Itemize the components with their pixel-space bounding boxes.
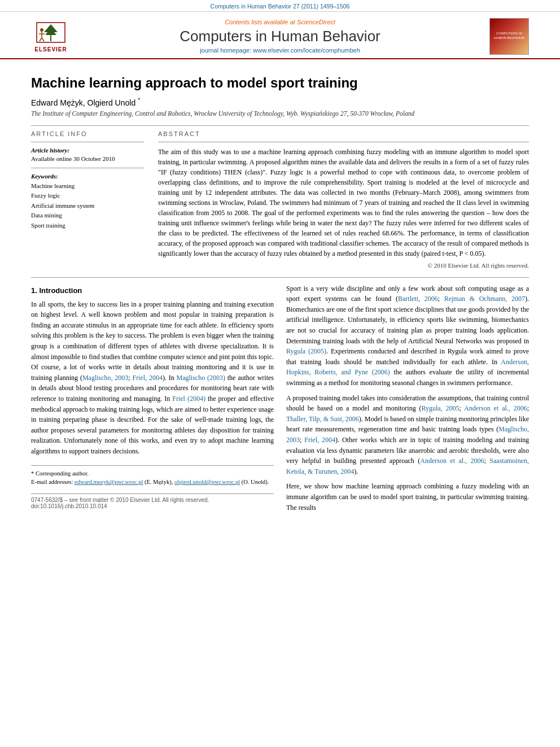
abstract-col: ABSTRACT The aim of this study was to us…: [158, 130, 529, 269]
keyword-3: Artificial immune system: [31, 201, 144, 211]
affiliation: The Institute of Computer Engineering, C…: [31, 110, 529, 117]
email2-link[interactable]: olgierd.unold@pwr.wroc.pl: [174, 479, 240, 485]
footnote-area: * Corresponding author. E-mail addresses…: [31, 465, 274, 487]
email2: olgierd.unold@pwr.wroc.pl: [174, 479, 240, 485]
divider-1: [31, 125, 529, 126]
body-two-col: 1. Introduction In all sports, the key t…: [31, 283, 529, 517]
email1-link[interactable]: edward.mezyk@pwr.wroc.pl: [75, 479, 143, 485]
section1-heading: 1. Introduction: [31, 286, 274, 295]
abstract-label: ABSTRACT: [158, 130, 529, 137]
footnote-corresponding: * Corresponding author.: [31, 469, 274, 478]
copyright: © 2010 Elsevier Ltd. All rights reserved…: [158, 262, 529, 269]
intro-para-left: In all sports, the key to success lies i…: [31, 299, 274, 457]
intro-para-right-1: Sport is a very wide discipline and only…: [286, 283, 529, 388]
elsevier-logo-container: ELSEVIER: [23, 16, 79, 56]
elsevier-tree-icon: [34, 20, 68, 45]
ref-rejman[interactable]: Rejman & Ochmann, 2007: [444, 295, 525, 303]
journal-cover-thumb: COMPUTERS IN HUMAN BEHAVIOR: [489, 18, 529, 55]
keywords-heading: Keywords:: [31, 173, 144, 180]
sciencedirect-link[interactable]: ScienceDirect: [297, 19, 335, 25]
divider-info: [31, 142, 144, 142]
ref-anderson-2006c[interactable]: Anderson et al., 2006: [420, 457, 484, 465]
article-history: Article history: Available online 30 Oct…: [31, 147, 144, 162]
footnote-emails: E-mail addresses: edward.mezyk@pwr.wroc.…: [31, 478, 274, 487]
journal-homepage: journal homepage: www.elsevier.com/locat…: [79, 47, 481, 54]
divider-kw: [31, 168, 144, 168]
article-title: Machine learning approach to model sport…: [31, 75, 529, 91]
keyword-5: Sport training: [31, 221, 144, 231]
authors-text: Edward Mężyk, Olgierd Unold *: [31, 98, 140, 107]
footer-doi: doi:10.1016/j.chb.2010.10.014: [31, 503, 107, 509]
ref-bartlett[interactable]: Bartlett, 2006: [398, 295, 438, 303]
available-online: Available online 30 October 2010: [31, 155, 144, 162]
elsevier-logo: ELSEVIER: [34, 20, 68, 53]
citation-text: Computers in Human Behavior 27 (2011) 14…: [211, 3, 350, 10]
elsevier-label: ELSEVIER: [34, 46, 67, 53]
journal-title: Computers in Human Behavior: [79, 28, 481, 45]
journal-center: Contents lists available at ScienceDirec…: [79, 19, 481, 54]
ref-friel-2004c[interactable]: Friel, 2004: [304, 436, 335, 444]
ref-rygula-2005b[interactable]: Rygula, 2005: [422, 404, 460, 412]
svg-line-7: [40, 38, 42, 41]
bottom-footer: 0747-5632/$ – see front matter © 2010 El…: [31, 493, 274, 509]
ref-rygula-2005[interactable]: Rygula (2005): [286, 347, 326, 355]
ref-saastamoinen[interactable]: Saastamoinen, Ketola, & Turunen, 2004: [286, 457, 529, 475]
email-label: E-mail addresses:: [31, 479, 75, 485]
ref-anderson-2006b[interactable]: Anderson et al., 2006: [464, 404, 527, 412]
main-content: Machine learning approach to model sport…: [0, 59, 560, 528]
svg-point-4: [40, 28, 43, 32]
svg-line-8: [42, 38, 44, 41]
history-heading: Article history:: [31, 147, 144, 154]
keyword-1: Machine learning: [31, 181, 144, 191]
authors-line: Edward Mężyk, Olgierd Unold *: [31, 97, 529, 107]
ref-maglischo-2003[interactable]: Maglischo, 2003: [82, 374, 128, 382]
intro-para-right-2: A proposed training model takes into con…: [286, 393, 529, 477]
ref-friel-2004[interactable]: Friel, 2004: [132, 374, 162, 382]
article-info-label: ARTICLE INFO: [31, 130, 144, 137]
journal-header: ELSEVIER Contents lists available at Sci…: [0, 12, 560, 59]
journal-cover: COMPUTERS IN HUMAN BEHAVIOR: [481, 16, 537, 56]
footer-issn: 0747-5632/$ – see front matter © 2010 El…: [31, 497, 209, 503]
abstract-text: The aim of this study was to use a machi…: [158, 147, 529, 259]
keywords-section: Keywords: Machine learning Fuzzy logic A…: [31, 173, 144, 231]
body-col-right: Sport is a very wide discipline and only…: [286, 283, 529, 517]
page-container: Computers in Human Behavior 27 (2011) 14…: [0, 0, 560, 747]
article-info-abstract: ARTICLE INFO Article history: Available …: [31, 130, 529, 269]
cover-text: COMPUTERS IN HUMAN BEHAVIOR: [492, 32, 526, 41]
contents-available: Contents lists available at ScienceDirec…: [79, 19, 481, 25]
ref-maglischo-2003b[interactable]: Maglischo (2003): [177, 374, 225, 382]
email1-name: (E. Mężyk),: [145, 479, 173, 485]
body-col-left: 1. Introduction In all sports, the key t…: [31, 283, 274, 517]
intro-para-right-3: Here, we show how machine learning appro…: [286, 481, 529, 513]
article-info-col: ARTICLE INFO Article history: Available …: [31, 130, 144, 269]
email2-name: (O. Unold).: [242, 479, 269, 485]
contents-label: Contents lists available at: [225, 19, 297, 25]
email1: edward.mezyk@pwr.wroc.pl: [75, 479, 143, 485]
ref-thaller[interactable]: Thaller, Tilp, & Sust, 2006: [286, 415, 359, 423]
ref-friel-2004b[interactable]: Friel (2004): [172, 395, 205, 403]
keyword-2: Fuzzy logic: [31, 191, 144, 201]
ref-anderson-2006[interactable]: Anderson, Hopkins, Roberts, and Pyne (20…: [286, 358, 529, 377]
keyword-4: Data mining: [31, 211, 144, 221]
divider-body: [31, 277, 529, 278]
keywords-list: Machine learning Fuzzy logic Artificial …: [31, 181, 144, 231]
divider-abstract: [158, 142, 529, 142]
citation-line: Computers in Human Behavior 27 (2011) 14…: [0, 0, 560, 12]
